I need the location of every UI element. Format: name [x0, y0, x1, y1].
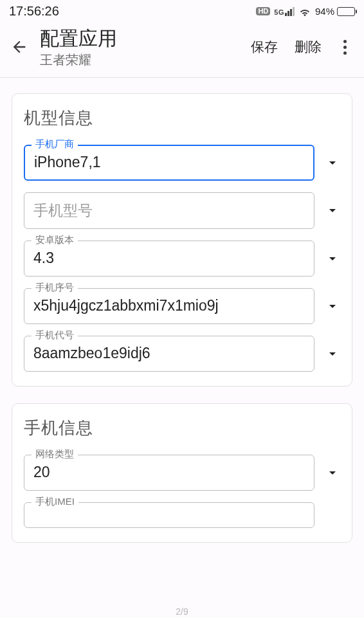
status-right: HD 5G 94% [256, 6, 355, 17]
content: 机型信息 手机厂商 iPhone7,1 手机型号 安卓版本 4.3 [0, 78, 364, 558]
signal-bars-icon [285, 7, 295, 16]
page-indicator: 2/9 [176, 606, 188, 617]
battery-icon [337, 7, 355, 16]
page-title: 配置应用 [40, 26, 237, 51]
delete-button[interactable]: 删除 [292, 34, 324, 60]
manufacturer-field[interactable]: 手机厂商 iPhone7,1 [24, 145, 314, 181]
device-info-heading: 机型信息 [24, 107, 340, 129]
nettype-dropdown-icon[interactable] [325, 465, 340, 480]
phone-info-heading: 手机信息 [24, 417, 340, 439]
serial-field[interactable]: 手机序号 x5hju4jgcz1abbxmi7x1mio9j [24, 288, 314, 324]
page-subtitle: 王者荣耀 [40, 52, 237, 68]
nettype-label: 网络类型 [32, 448, 78, 460]
codename-dropdown-icon[interactable] [325, 346, 340, 361]
manufacturer-dropdown-icon[interactable] [325, 155, 340, 170]
battery-percent: 94% [315, 6, 334, 17]
phone-info-card: 手机信息 网络类型 20 手机IMEI [12, 403, 352, 543]
imei-label: 手机IMEI [32, 496, 78, 508]
serial-dropdown-icon[interactable] [325, 298, 340, 314]
wifi-icon [298, 6, 311, 17]
overflow-menu-button[interactable] [336, 40, 354, 55]
hd-badge: HD [256, 7, 270, 15]
serial-label: 手机序号 [32, 282, 78, 294]
codename-field[interactable]: 手机代号 8aamzbeo1e9idj6 [24, 336, 314, 372]
android-field[interactable]: 安卓版本 4.3 [24, 241, 314, 277]
app-bar: 配置应用 王者荣耀 保存 删除 [0, 20, 364, 78]
android-label: 安卓版本 [32, 234, 78, 246]
signal-5g-icon: 5G [274, 7, 295, 16]
battery-indicator: 94% [315, 6, 355, 17]
nettype-field[interactable]: 网络类型 20 [24, 455, 314, 491]
save-button[interactable]: 保存 [248, 34, 280, 60]
manufacturer-label: 手机厂商 [32, 138, 78, 150]
model-placeholder[interactable]: 手机型号 [24, 192, 314, 229]
imei-field[interactable]: 手机IMEI [24, 502, 314, 528]
android-dropdown-icon[interactable] [325, 251, 340, 266]
model-dropdown-icon[interactable] [325, 203, 340, 218]
codename-label: 手机代号 [32, 329, 78, 341]
status-bar: 17:56:26 HD 5G 94% [0, 0, 364, 20]
model-field[interactable]: 手机型号 [24, 192, 314, 229]
device-info-card: 机型信息 手机厂商 iPhone7,1 手机型号 安卓版本 4.3 [12, 93, 352, 386]
status-time: 17:56:26 [9, 4, 59, 19]
back-button[interactable] [10, 38, 28, 56]
